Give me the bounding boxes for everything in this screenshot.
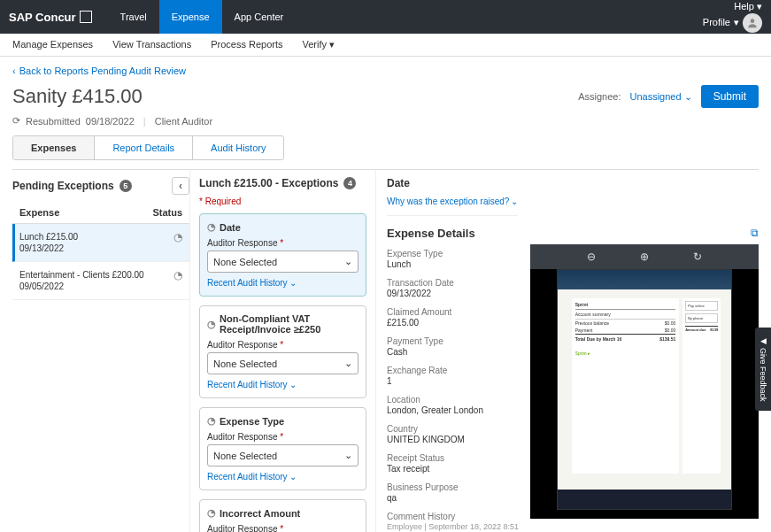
feedback-tab[interactable]: ◀ Give Feedback — [755, 328, 771, 411]
brand-logo-icon — [80, 11, 92, 23]
field-label: Exchange Rate — [387, 366, 520, 375]
auditor-response-select[interactable]: None Selected⌄ — [207, 352, 359, 374]
field-value: qa — [387, 493, 520, 503]
exception-card-expense-type: ◔Expense Type Auditor Response * None Se… — [199, 407, 366, 490]
brand-text: SAP Concur — [9, 11, 76, 24]
field-label: Business Purpose — [387, 482, 520, 492]
tab-expenses[interactable]: Expenses — [13, 136, 95, 159]
svg-point-0 — [751, 19, 755, 23]
exception-title: Non-Compliant VAT Receipt/Invoice ≥£250 — [220, 313, 359, 335]
sub-nav: Manage Expenses View Transactions Proces… — [0, 34, 771, 57]
external-link-icon[interactable]: ⧉ — [751, 227, 759, 239]
clock-icon: ◔ — [173, 231, 182, 254]
comment-meta: Employee | September 18, 2022 8:51 AM — [387, 522, 520, 532]
field-label: Receipt Status — [387, 453, 520, 463]
exception-title: Expense Type — [220, 416, 284, 427]
status-date: 09/18/2022 — [86, 116, 135, 127]
clock-icon: ◔ — [207, 507, 216, 519]
receipt-toolbar: ⊖ ⊕ ↻ — [530, 244, 759, 269]
field-label: Payment Type — [387, 336, 520, 346]
back-link[interactable]: ‹ Back to Reports Pending Audit Review — [0, 57, 771, 81]
field-value: Tax receipt — [387, 464, 520, 474]
status-icon: ⟳ — [12, 115, 20, 127]
exception-card-date: ◔Date Auditor Response * None Selected⌄ … — [199, 213, 366, 297]
exception-title: Incorrect Amount — [220, 508, 300, 519]
item-title: Lunch £215.00 — [19, 231, 78, 243]
zoom-in-icon[interactable]: ⊕ — [640, 251, 649, 263]
nav-appcenter[interactable]: App Center — [222, 0, 297, 34]
receipt-viewer: ⊖ ⊕ ↻ Sprint Account summary Previous ba… — [530, 244, 759, 519]
nav-travel[interactable]: Travel — [108, 0, 159, 34]
chevron-down-icon: ⌄ — [344, 450, 352, 461]
auditor-response-select[interactable]: None Selected⌄ — [207, 444, 359, 466]
field-label: Country — [387, 424, 520, 434]
nav-expense[interactable]: Expense — [159, 0, 222, 34]
item-title: Entertainment - Clients £200.00 — [19, 269, 144, 281]
tab-audit-history[interactable]: Audit History — [193, 136, 283, 159]
chevron-down-icon: ⌄ — [344, 358, 352, 369]
auditor-response-label: Auditor Response — [207, 524, 278, 532]
avatar-icon — [743, 13, 762, 33]
field-value: London, Greater London — [387, 405, 520, 415]
exceptions-panel: Lunch £215.00 - Exceptions 4 * Required … — [189, 169, 375, 532]
required-note: * Required — [199, 197, 366, 206]
exceptions-count-badge: 4 — [343, 177, 356, 189]
assignee-label: Assignee: — [578, 91, 621, 102]
clock-icon: ◔ — [207, 319, 216, 330]
brand: SAP Concur — [9, 11, 92, 24]
auditor-response-select[interactable]: None Selected⌄ — [207, 251, 359, 273]
field-label: Location — [387, 395, 520, 405]
subnav-manage[interactable]: Manage Expenses — [12, 39, 93, 50]
field-value: Lunch — [387, 259, 520, 269]
expense-details-fields: Expense Details Expense TypeLunch Transa… — [387, 227, 520, 532]
receipt-image[interactable]: Sprint Account summary Previous balance$… — [557, 269, 732, 510]
chevron-down-icon: ⌄ — [344, 256, 352, 267]
expense-details-title: Expense Details — [387, 227, 475, 240]
list-header: Expense Status — [12, 202, 189, 224]
item-date: 09/13/2022 — [19, 243, 78, 254]
list-item[interactable]: Lunch £215.00 09/13/2022 ◔ — [12, 224, 189, 262]
field-value: £215.00 — [387, 318, 520, 328]
exception-card-vat: ◔Non-Compliant VAT Receipt/Invoice ≥£250… — [199, 305, 366, 398]
help-link[interactable]: Help ▾ — [703, 1, 762, 12]
submit-button[interactable]: Submit — [701, 85, 759, 108]
collapse-button[interactable]: ‹ — [172, 177, 189, 195]
subnav-process[interactable]: Process Reports — [211, 39, 282, 50]
auditor-response-label: Auditor Response — [207, 432, 278, 442]
subnav-view[interactable]: View Transactions — [112, 39, 191, 50]
report-title: Sanity £415.00 — [12, 85, 143, 108]
zoom-out-icon[interactable]: ⊖ — [587, 251, 596, 263]
top-nav: Travel Expense App Center — [108, 0, 297, 34]
subnav-verify[interactable]: Verify ▾ — [303, 39, 335, 50]
exception-title: Date — [220, 222, 241, 233]
item-date: 09/05/2022 — [19, 281, 144, 292]
pending-exceptions-panel: Pending Exceptions 5 ‹ Expense Status Lu… — [12, 169, 189, 532]
megaphone-icon: ◀ — [759, 336, 767, 345]
recent-audit-history-link[interactable]: Recent Audit History ⌄ — [207, 472, 297, 482]
auditor-response-label: Auditor Response — [207, 238, 278, 248]
auditor-response-label: Auditor Response — [207, 340, 278, 350]
why-exception-link[interactable]: Why was the exception raised? ⌄ — [387, 197, 518, 216]
top-bar: SAP Concur Travel Expense App Center Hel… — [0, 0, 771, 34]
field-label: Expense Type — [387, 249, 520, 258]
chevron-left-icon: ‹ — [12, 66, 16, 76]
exceptions-title: Lunch £215.00 - Exceptions — [199, 177, 338, 189]
status-role: Client Auditor — [155, 116, 212, 127]
clock-icon: ◔ — [207, 221, 216, 233]
pending-count-badge: 5 — [120, 180, 132, 192]
col-header-status: Status — [152, 207, 182, 218]
col-header-expense: Expense — [19, 207, 59, 218]
recent-audit-history-link[interactable]: Recent Audit History ⌄ — [207, 380, 297, 389]
field-value: UNITED KINGDOM — [387, 435, 520, 444]
top-right: Help ▾ Profile ▾ — [703, 1, 762, 32]
field-label: Comment History — [387, 512, 520, 521]
exception-card-incorrect-amount: ◔Incorrect Amount Auditor Response * Non… — [199, 499, 366, 532]
assignee-value[interactable]: Unassigned ⌄ — [629, 91, 691, 103]
list-item[interactable]: Entertainment - Clients £200.00 09/05/20… — [12, 262, 189, 300]
field-label: Claimed Amount — [387, 307, 520, 317]
refresh-icon[interactable]: ↻ — [693, 251, 702, 263]
recent-audit-history-link[interactable]: Recent Audit History ⌄ — [207, 278, 297, 288]
tab-report-details[interactable]: Report Details — [95, 136, 193, 159]
field-label: Transaction Date — [387, 278, 520, 288]
profile-menu[interactable]: Profile ▾ — [703, 13, 762, 33]
